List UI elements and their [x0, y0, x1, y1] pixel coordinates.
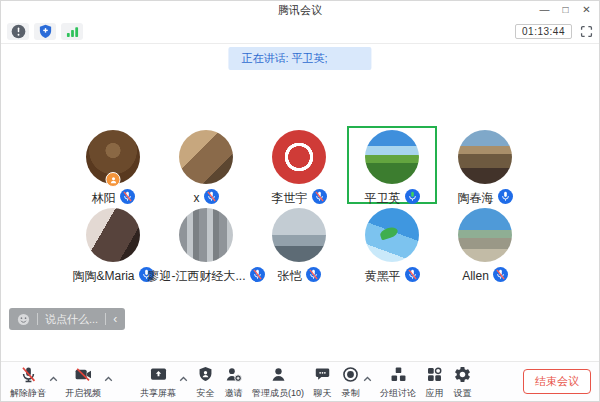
- toolbar-item-wrap: 应用: [424, 365, 445, 398]
- participant-cell[interactable]: 陶陶&Maria: [68, 204, 158, 282]
- toolbar: 解除静音开启视频 共享屏幕安全邀请管理成员(10)聊天录制分组讨论应用设置 结束…: [1, 361, 599, 401]
- minimize-button[interactable]: —: [534, 1, 555, 19]
- toolbar-label: 邀请: [225, 389, 243, 398]
- toolbar-members-button[interactable]: 管理成员(10): [251, 365, 305, 398]
- participant-avatar: [458, 130, 512, 184]
- divider: [37, 313, 38, 325]
- mic-off-icon: [19, 365, 38, 386]
- toolbar-label: 共享屏幕: [140, 389, 176, 398]
- participant-grid: 林阳x李世宇平卫英陶春海陶陶&Maria廖迎-江西财经大...张恺黄黑平Alle…: [68, 126, 534, 282]
- participant-name: Allen: [462, 269, 489, 283]
- toolbar-breakout-rooms-button[interactable]: 分组讨论: [379, 365, 417, 398]
- maximize-button[interactable]: □: [555, 1, 576, 19]
- toolbar-invite-user-button[interactable]: 邀请: [223, 365, 244, 398]
- participant-cell[interactable]: Allen: [440, 204, 530, 282]
- divider: [105, 313, 106, 325]
- participant-name: x: [194, 191, 200, 205]
- meeting-info-icon: [11, 24, 26, 39]
- toolbar-mic-off-button[interactable]: 解除静音: [9, 365, 47, 398]
- chevron-up-icon[interactable]: [179, 368, 188, 386]
- invite-user-icon: [224, 365, 243, 386]
- chevron-up-icon[interactable]: [49, 368, 58, 386]
- toolbar-item-wrap: 设置: [452, 365, 473, 398]
- toolbar-center-group: 共享屏幕安全邀请管理成员(10)聊天录制分组讨论应用设置: [139, 365, 473, 398]
- participant-name: 陶陶&Maria: [72, 268, 134, 285]
- toolbar-share-screen-button[interactable]: 共享屏幕: [139, 365, 177, 398]
- chevron-up-icon[interactable]: [363, 368, 372, 386]
- chat-quick-bubble[interactable]: 说点什么... ‹: [9, 308, 125, 330]
- participant-name: 张恺: [278, 268, 302, 285]
- chevron-up-icon[interactable]: [104, 368, 113, 386]
- settings-icon: [453, 365, 472, 386]
- security-shield-icon: [196, 365, 215, 386]
- participant-cell[interactable]: 张恺: [254, 204, 344, 282]
- toolbar-item-wrap: 解除静音: [9, 365, 58, 398]
- toolbar-label: 录制: [342, 389, 360, 398]
- record-icon: [341, 365, 360, 386]
- meeting-window: 腾讯会议 — □ ✕ 01:13:44 正在讲话: 平卫英; 林阳x李世宇平卫英…: [0, 0, 600, 402]
- toolbar-apps-button[interactable]: 应用: [424, 365, 445, 398]
- participant-cell[interactable]: x: [161, 126, 251, 204]
- participant-name: 廖迎-江西财经大...: [148, 268, 246, 285]
- toolbar-left-group: 解除静音开启视频: [9, 365, 113, 398]
- smiley-icon[interactable]: [17, 313, 30, 326]
- participant-name-row: Allen: [462, 267, 508, 285]
- participant-cell[interactable]: 陶春海: [440, 126, 530, 204]
- end-meeting-button[interactable]: 结束会议: [523, 369, 591, 394]
- toolbar-item-wrap: 共享屏幕: [139, 365, 188, 398]
- mic-muted-icon: [306, 267, 321, 285]
- participant-cell[interactable]: 平卫英: [347, 126, 437, 204]
- breakout-rooms-icon: [389, 365, 408, 386]
- toolbar-label: 设置: [454, 389, 472, 398]
- toolbar-label: 管理成员(10): [252, 389, 304, 398]
- close-button[interactable]: ✕: [576, 1, 597, 19]
- toolbar-label: 解除静音: [10, 389, 46, 398]
- toolbar-security-shield-button[interactable]: 安全: [195, 365, 216, 398]
- toolbar-label: 聊天: [314, 389, 332, 398]
- toolbar-label: 分组讨论: [380, 389, 416, 398]
- participant-avatar: [179, 130, 233, 184]
- participant-avatar: [458, 208, 512, 262]
- participant-name-row: 张恺: [278, 267, 321, 285]
- participant-avatar: [179, 208, 233, 262]
- speaking-banner: 正在讲话: 平卫英;: [228, 47, 371, 70]
- toolbar-label: 应用: [426, 389, 444, 398]
- participant-name: 黄黑平: [365, 268, 401, 285]
- network-signal-icon: [65, 25, 80, 38]
- toolbar-record-button[interactable]: 录制: [340, 365, 361, 398]
- toolbar-item-wrap: 分组讨论: [379, 365, 417, 398]
- participant-avatar: [86, 208, 140, 262]
- share-screen-icon: [149, 365, 168, 386]
- meeting-info-button[interactable]: [7, 23, 29, 40]
- window-title: 腾讯会议: [278, 3, 322, 18]
- window-controls: — □ ✕: [534, 1, 597, 19]
- participant-cell[interactable]: 黄黑平: [347, 204, 437, 282]
- toolbar-camera-off-button[interactable]: 开启视频: [64, 365, 102, 398]
- participant-cell[interactable]: 林阳: [68, 126, 158, 204]
- mic-muted-icon: [405, 267, 420, 285]
- participant-avatar: [365, 208, 419, 262]
- collapse-chat-icon[interactable]: ‹: [113, 312, 117, 326]
- title-bar: 腾讯会议 — □ ✕: [1, 1, 599, 19]
- host-badge-icon: [106, 172, 121, 187]
- meeting-timer: 01:13:44: [515, 24, 572, 39]
- participant-avatar: [272, 208, 326, 262]
- meeting-header-bar: 01:13:44: [1, 19, 599, 44]
- chat-input-placeholder[interactable]: 说点什么...: [45, 312, 98, 327]
- participant-name-row: 黄黑平: [365, 267, 420, 285]
- toolbar-settings-button[interactable]: 设置: [452, 365, 473, 398]
- participant-avatar: [365, 130, 419, 184]
- participant-cell[interactable]: 李世宇: [254, 126, 344, 204]
- toolbar-item-wrap: 安全: [195, 365, 216, 398]
- camera-off-icon: [74, 365, 93, 386]
- fullscreen-icon[interactable]: [580, 25, 593, 38]
- toolbar-chat-button[interactable]: 聊天: [312, 365, 333, 398]
- participant-avatar: [86, 130, 140, 184]
- toolbar-item-wrap: 开启视频: [64, 365, 113, 398]
- participant-cell[interactable]: 廖迎-江西财经大...: [161, 204, 251, 282]
- network-signal-button[interactable]: [61, 23, 83, 40]
- toolbar-item-wrap: 聊天: [312, 365, 333, 398]
- participant-name-row: 陶陶&Maria: [72, 267, 153, 285]
- members-icon: [269, 365, 288, 386]
- meeting-security-button[interactable]: [34, 23, 56, 40]
